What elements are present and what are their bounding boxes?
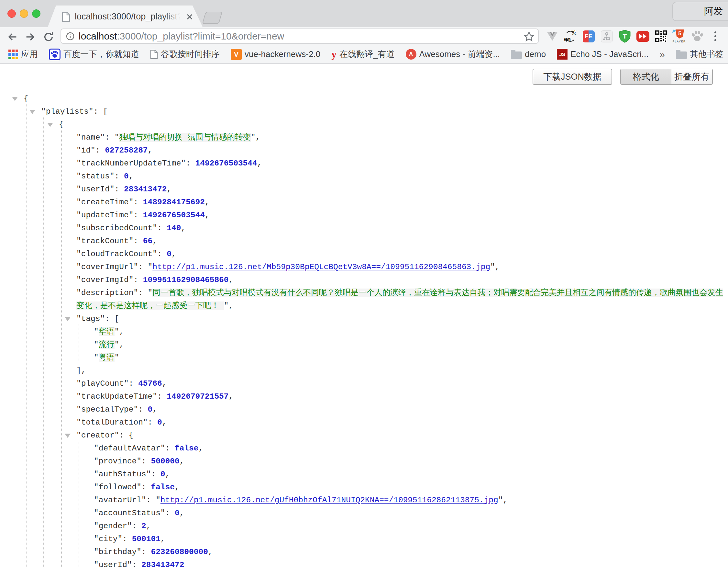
- json-key: "authStatus": [94, 470, 151, 479]
- forward-icon[interactable]: [25, 31, 36, 43]
- json-punct: ,: [175, 483, 180, 492]
- bookmark-youdao-translate[interactable]: y 在线翻译_有道: [331, 48, 394, 60]
- json-line: "trackUpdateTime": 1492679721557,: [0, 390, 728, 403]
- json-punct: :: [119, 431, 128, 440]
- json-string: 独唱与对唱的切换 氛围与情感的转变: [119, 133, 251, 142]
- bookmarks-bar: 应用 百度一下，你就知道 谷歌按时间排序 V vue-hackernews-2.…: [0, 45, 728, 64]
- json-line: "userId": 283413472,: [0, 183, 728, 196]
- collapse-toggle-icon[interactable]: [12, 97, 18, 101]
- vue-devtools-icon[interactable]: [546, 29, 559, 43]
- json-key: "cloudTrackCount": [76, 250, 157, 258]
- minimize-window-button[interactable]: [20, 9, 28, 18]
- other-bookmarks[interactable]: 其他书签: [676, 49, 723, 60]
- json-punct: ,: [171, 250, 176, 258]
- bookmark-baidu[interactable]: 百度一下，你就知道: [49, 49, 139, 60]
- address-bar[interactable]: localhost:3000/top_playlist?limit=10&ord…: [61, 28, 539, 44]
- bookmark-demo-folder[interactable]: demo: [511, 49, 546, 59]
- bookmark-apps[interactable]: 应用: [8, 49, 38, 60]
- qr-code-icon[interactable]: [654, 29, 668, 43]
- json-url-link[interactable]: http://p1.music.126.net/gUfH0bhzOfAl71NU…: [160, 496, 498, 505]
- collapse-toggle-icon[interactable]: [65, 434, 71, 438]
- json-boolean: false: [151, 483, 175, 492]
- bookmark-label: Echo JS - JavaScri...: [570, 49, 648, 59]
- sitemap-extension-icon[interactable]: [600, 29, 613, 43]
- bookmark-echojs[interactable]: JS Echo JS - JavaScri...: [557, 49, 648, 60]
- bookmark-google-sort[interactable]: 谷歌按时间排序: [150, 49, 220, 60]
- collapse-toggle-icon[interactable]: [65, 317, 71, 321]
- collapse-all-button[interactable]: 折叠所有: [671, 69, 712, 84]
- json-key: "trackUpdateTime": [76, 392, 157, 401]
- paw-extension-icon[interactable]: [690, 29, 704, 43]
- json-punct: :: [141, 457, 151, 466]
- json-bracket: {: [129, 431, 134, 440]
- bookmark-label: 在线翻译_有道: [339, 49, 394, 60]
- url-path: :3000/top_playlist?limit=10&order=new: [117, 31, 284, 41]
- fast-forward-glyph-icon: [636, 31, 649, 42]
- json-punct: :: [186, 159, 195, 168]
- browser-menu-icon[interactable]: [709, 29, 722, 43]
- bookmarks-overflow-icon[interactable]: »: [659, 49, 665, 60]
- new-tab-button[interactable]: [202, 12, 223, 24]
- fast-forward-player-icon[interactable]: [636, 29, 650, 43]
- html5-player-label: PLAYER: [672, 40, 686, 43]
- json-punct: ,: [180, 457, 184, 466]
- json-string: 华语: [99, 328, 115, 336]
- collapse-toggle-icon[interactable]: [29, 110, 35, 114]
- profile-chip[interactable]: 阿发: [672, 2, 728, 21]
- html5-player-icon[interactable]: 5 PLAYER: [672, 29, 686, 43]
- echojs-icon: JS: [557, 49, 568, 60]
- json-punct: :: [94, 107, 103, 116]
- collapse-toggle-icon[interactable]: [47, 123, 53, 127]
- reload-icon[interactable]: [43, 31, 54, 43]
- fe-helper-icon[interactable]: FE: [582, 29, 595, 43]
- json-line: "totalDuration": 0,: [0, 416, 728, 429]
- fullscreen-window-button[interactable]: [32, 9, 40, 18]
- json-punct: ,: [257, 159, 262, 168]
- json-punct: ": [115, 133, 119, 142]
- bookmark-star-icon[interactable]: [523, 31, 535, 42]
- tampermonkey-shield-icon[interactable]: T: [618, 29, 632, 43]
- json-punct: ": [148, 262, 153, 271]
- json-number: 283413472: [141, 561, 184, 568]
- bookmark-awesomes[interactable]: A Awesomes - 前端资...: [406, 49, 500, 60]
- json-punct: :: [138, 262, 148, 271]
- json-punct: ,: [208, 548, 213, 556]
- json-block: "华语","流行","粤语": [0, 326, 728, 364]
- json-punct: :: [133, 211, 143, 219]
- json-bracket: [: [103, 107, 108, 116]
- json-line: {: [0, 118, 728, 131]
- json-line: "updateTime": 1492676503544,: [0, 209, 728, 222]
- json-punct: :: [115, 172, 124, 181]
- json-line: "id": 627258287,: [0, 144, 728, 157]
- bookmark-vue-hackernews[interactable]: V vue-hackernews-2.0: [231, 49, 320, 60]
- json-line: "name": "独唱与对唱的切换 氛围与情感的转变",: [0, 131, 728, 144]
- json-key: "createTime": [76, 198, 133, 206]
- json-punct: ,: [229, 392, 234, 401]
- browser-tab[interactable]: localhost:3000/top_playlist?limit=10&ord…: [48, 6, 203, 28]
- json-punct: ": [490, 262, 495, 271]
- back-icon[interactable]: [6, 31, 18, 43]
- json-punct: :: [105, 315, 114, 323]
- download-json-button[interactable]: 下载JSON数据: [533, 69, 612, 85]
- json-line: "defaultAvatar": false,: [0, 442, 728, 455]
- json-punct: :: [133, 275, 143, 284]
- json-line: "trackNumberUpdateTime": 1492676503544,: [0, 157, 728, 170]
- json-block: {"name": "独唱与对唱的切换 氛围与情感的转变","id": 62725…: [0, 118, 728, 568]
- page-info-icon[interactable]: [66, 32, 75, 41]
- json-block: "name": "独唱与对唱的切换 氛围与情感的转变","id": 627258…: [0, 131, 728, 568]
- tab-close-icon[interactable]: [186, 13, 193, 20]
- json-number: 627258287: [105, 146, 148, 155]
- translate-extension-icon[interactable]: en 英: [564, 29, 577, 43]
- json-key: "creator": [76, 431, 119, 440]
- page-icon: [150, 50, 158, 59]
- json-line: "userId": 283413472: [0, 559, 728, 568]
- json-line: "流行",: [0, 339, 728, 351]
- json-line: "粤语": [0, 351, 728, 364]
- json-url-link[interactable]: http://p1.music.126.net/Mb59p30BpEQLcBQe…: [152, 262, 490, 271]
- json-punct: :: [122, 535, 132, 543]
- json-punct: ,: [119, 340, 124, 349]
- json-punct: ,: [162, 418, 167, 427]
- close-window-button[interactable]: [7, 9, 16, 18]
- url-host: localhost: [79, 31, 117, 41]
- format-button[interactable]: 格式化: [621, 69, 671, 84]
